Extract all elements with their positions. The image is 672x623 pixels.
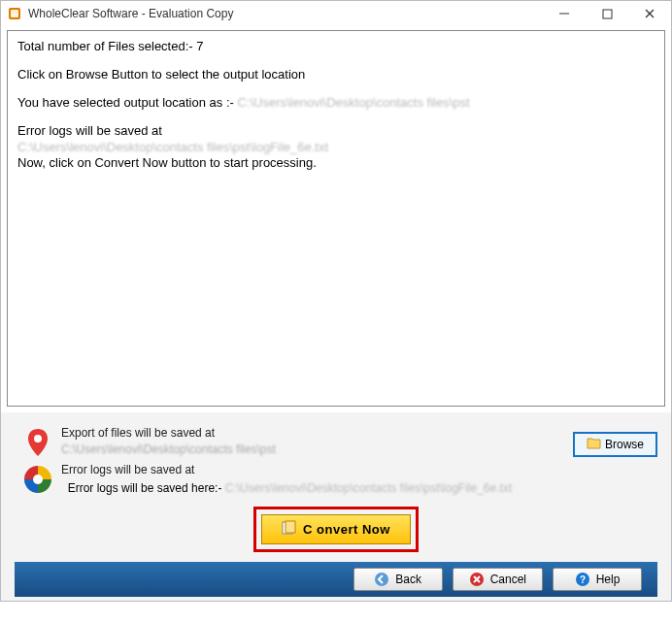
errors-sub-path: C:\Users\lenovi\Desktop\contacts files\p… (225, 481, 512, 495)
footer-bar: Back Cancel ? Help (15, 562, 657, 597)
svg-point-6 (34, 435, 42, 443)
window-title: WholeClear Software - Evaluation Copy (28, 7, 543, 20)
log-text: Now, click on Convert Now button to star… (17, 155, 655, 172)
cancel-button[interactable]: Cancel (453, 568, 543, 591)
back-button[interactable]: Back (353, 568, 443, 591)
browse-button[interactable]: Browse (573, 432, 657, 457)
convert-icon (282, 520, 297, 539)
close-button[interactable] (628, 1, 671, 26)
pie-chart-icon (15, 463, 61, 494)
svg-point-10 (375, 573, 388, 586)
log-line: Total number of Files selected:- 7 (17, 39, 655, 55)
export-row: Export of files will be saved at C:\User… (15, 426, 657, 457)
minimize-button[interactable] (543, 1, 586, 26)
back-arrow-icon (374, 572, 389, 587)
svg-rect-3 (603, 10, 612, 18)
location-pin-icon (15, 426, 61, 457)
cancel-icon (469, 572, 485, 587)
log-line: You have selected output location as :- … (17, 95, 655, 112)
log-text: Error logs will be saved at (17, 123, 655, 140)
svg-rect-1 (11, 10, 18, 17)
errors-sub: Error logs will be saved here:- C:\Users… (61, 481, 657, 495)
window-controls (543, 1, 671, 26)
log-line: Click on Browse Button to select the out… (17, 67, 655, 83)
convert-label: C onvert Now (303, 522, 390, 537)
export-path: C:\Users\lenovi\Desktop\contacts files\p… (61, 443, 541, 456)
convert-row: C onvert Now (15, 501, 657, 562)
errors-sub-prefix: Error logs will be saved here:- (68, 481, 225, 495)
help-label: Help (596, 573, 621, 586)
cancel-label: Cancel (490, 573, 526, 586)
log-area: Total number of Files selected:- 7 Click… (7, 30, 665, 407)
export-title: Export of files will be saved at (61, 426, 541, 440)
svg-point-7 (33, 475, 43, 484)
bottom-panel: Export of files will be saved at C:\User… (1, 412, 671, 601)
app-icon (7, 6, 22, 21)
help-icon: ? (575, 572, 590, 587)
svg-rect-9 (286, 521, 295, 533)
convert-highlight: C onvert Now (253, 507, 419, 552)
maximize-button[interactable] (586, 1, 628, 26)
titlebar: WholeClear Software - Evaluation Copy (1, 1, 671, 26)
log-path: C:\Users\lenovi\Desktop\contacts files\p… (17, 140, 655, 156)
log-text: You have selected output location as :- (17, 95, 237, 110)
folder-icon (587, 437, 601, 452)
browse-label: Browse (605, 438, 644, 451)
convert-now-button[interactable]: C onvert Now (261, 514, 411, 544)
errors-title: Error logs will be saved at (61, 463, 657, 476)
log-path: C:\Users\lenovi\Desktop\contacts files\p… (237, 95, 469, 110)
errors-row: Error logs will be saved at Error logs w… (15, 463, 657, 495)
back-label: Back (395, 573, 421, 586)
log-line: Error logs will be saved at C:\Users\len… (17, 123, 655, 173)
help-button[interactable]: ? Help (553, 568, 642, 591)
svg-text:?: ? (580, 574, 586, 585)
